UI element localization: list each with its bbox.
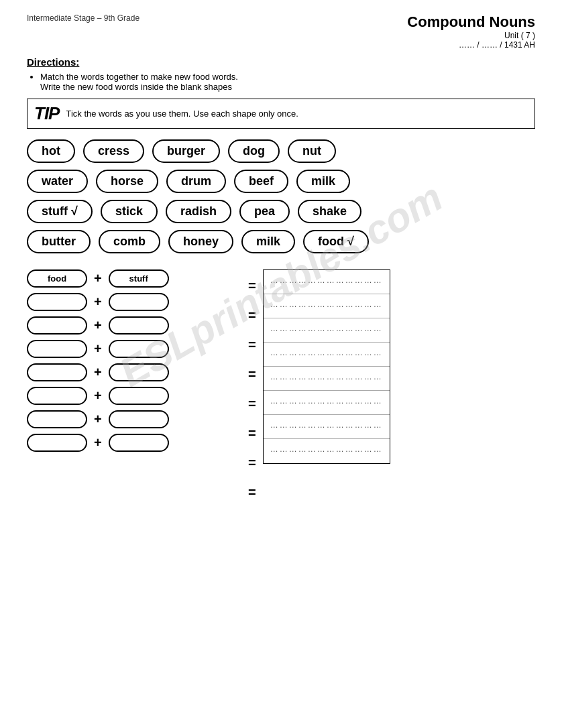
directions-list: Match the words together to make new foo… [40,72,535,92]
pair-right-7 [109,410,169,428]
equals-4: = [241,359,263,389]
plus-7: + [94,412,102,427]
answer-line-2[interactable]: ……………………………… [264,294,390,318]
pair-right-8 [109,434,169,452]
pair-row-8: + [27,434,241,452]
pair-left-4 [27,340,87,358]
words-section: hot cress burger dog nut water horse dru… [27,139,535,253]
pair-right-6 [109,387,169,405]
word-milk2: milk [241,230,295,253]
word-butter: butter [27,230,91,253]
word-hot: hot [27,139,75,163]
word-comb: comb [99,230,160,253]
exercise-section: food + stuff + + + [27,269,535,507]
direction-item-1: Match the words together to make new foo… [40,72,535,92]
pair-row-5: + [27,363,241,381]
pair-left-5 [27,363,87,381]
header: Intermediate Stage – 9th Grade Compound … [27,13,535,50]
equals-5: = [241,389,263,418]
equals-6: = [241,418,263,448]
pair-right-2 [109,293,169,311]
pair-left-3 [27,316,87,335]
equals-column: = = = = = = = = [241,269,263,507]
plus-3: + [94,318,102,333]
word-water: water [27,170,88,193]
word-row-3: stuff √ stick radish pea shake [27,200,535,223]
pair-left-7 [27,410,87,428]
word-pea: pea [239,200,290,223]
plus-4: + [94,341,102,357]
pair-row-6: + [27,387,241,405]
directions-heading: Directions: [27,56,535,68]
header-left: Intermediate Stage – 9th Grade [27,13,139,23]
equals-8: = [241,477,263,507]
plus-6: + [94,388,102,404]
tip-box: TIP Tick the words as you use them. Use … [27,99,535,129]
word-horse: horse [96,170,158,193]
equals-1: = [241,271,263,300]
word-food: food √ [303,230,369,253]
answer-box: ……………………………… ……………………………… ……………………………… …… [263,269,390,464]
word-radish: radish [166,200,231,223]
pair-right-3 [109,316,169,335]
word-honey: honey [168,230,233,253]
pair-row-2: + [27,293,241,311]
word-cress: cress [83,139,144,163]
date-label: …… / …… / 1431 AH [407,40,535,50]
pair-left-8 [27,434,87,452]
equals-2: = [241,300,263,330]
pair-row-7: + [27,410,241,428]
word-stuff: stuff √ [27,200,93,223]
page-title: Compound Nouns [407,13,535,31]
answer-line-8[interactable]: ……………………………… [264,439,390,463]
pair-right-4 [109,340,169,358]
pair-right-1: stuff [109,269,169,288]
tip-label: TIP [34,103,59,124]
equals-7: = [241,448,263,477]
answer-line-5[interactable]: ……………………………… [264,367,390,391]
word-nut: nut [288,139,336,163]
pair-right-5 [109,363,169,381]
answer-line-6[interactable]: ……………………………… [264,391,390,415]
directions-section: Directions: Match the words together to … [27,56,535,92]
word-drum: drum [166,170,226,193]
grade-label: Intermediate Stage – 9th Grade [27,13,139,23]
answer-line-7[interactable]: ……………………………… [264,415,390,439]
word-shake: shake [298,200,361,223]
pair-row-3: + [27,316,241,335]
header-right: Compound Nouns Unit ( 7 ) …… / …… / 1431… [407,13,535,50]
pair-row-1: food + stuff [27,269,241,288]
pair-left-6 [27,387,87,405]
tip-text: Tick the words as you use them. Use each… [66,109,298,119]
word-beef: beef [234,170,288,193]
plus-2: + [94,294,102,310]
answer-line-1[interactable]: ……………………………… [264,270,390,294]
answer-line-3[interactable]: ……………………………… [264,318,390,343]
plus-8: + [94,435,102,450]
unit-label: Unit ( 7 ) [407,31,535,40]
pair-left-1: food [27,269,87,288]
word-row-1: hot cress burger dog nut [27,139,535,163]
word-row-2: water horse drum beef milk [27,170,535,193]
plus-5: + [94,365,102,380]
pair-row-4: + [27,340,241,358]
pairs-column: food + stuff + + + [27,269,241,457]
pair-left-2 [27,293,87,311]
plus-1: + [94,271,102,286]
word-burger: burger [152,139,220,163]
word-row-4: butter comb honey milk food √ [27,230,535,253]
equals-3: = [241,330,263,359]
word-stick: stick [101,200,158,223]
answer-line-4[interactable]: ……………………………… [264,343,390,367]
word-milk: milk [296,170,350,193]
word-dog: dog [228,139,280,163]
